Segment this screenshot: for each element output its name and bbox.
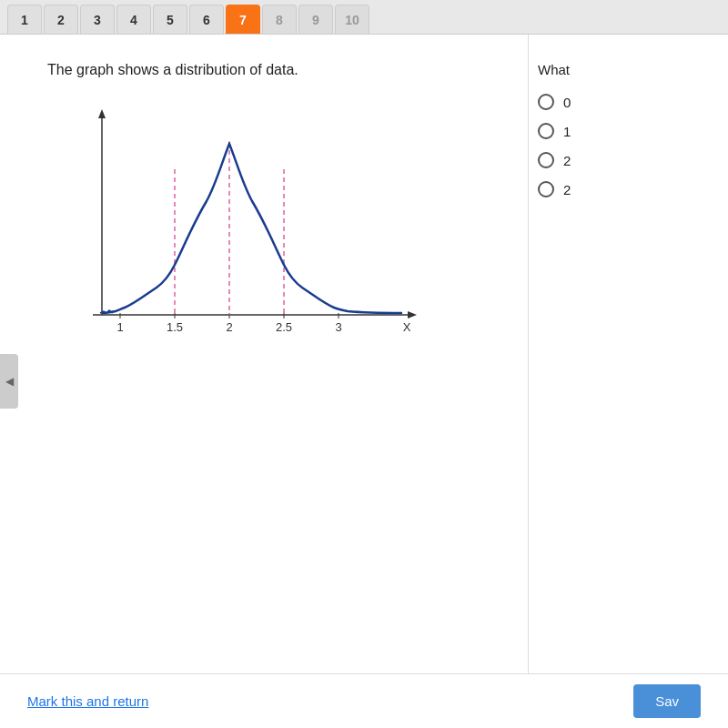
right-panel: What 0 1 2 2 bbox=[528, 35, 728, 728]
option-3-label: 2 bbox=[563, 182, 571, 197]
tab-10[interactable]: 10 bbox=[335, 5, 369, 34]
tab-bar: 1 2 3 4 5 6 7 8 9 10 bbox=[0, 0, 728, 35]
tab-3[interactable]: 3 bbox=[80, 5, 115, 34]
distribution-graph: 1 1.5 2 2.5 3 X bbox=[47, 96, 430, 369]
option-0[interactable]: 0 bbox=[538, 94, 710, 110]
tab-9[interactable]: 9 bbox=[298, 5, 333, 34]
option-2-label: 2 bbox=[563, 153, 571, 168]
tab-2[interactable]: 2 bbox=[44, 5, 78, 34]
mark-return-link[interactable]: Mark this and return bbox=[27, 693, 148, 709]
tab-5[interactable]: 5 bbox=[153, 5, 187, 34]
svg-text:2: 2 bbox=[226, 320, 232, 334]
option-3[interactable]: 2 bbox=[538, 181, 710, 197]
question-panel: The graph shows a distribution of data. … bbox=[20, 35, 528, 728]
svg-text:1.5: 1.5 bbox=[167, 320, 183, 334]
svg-text:2.5: 2.5 bbox=[276, 320, 292, 334]
content-area: ◀ The graph shows a distribution of data… bbox=[0, 35, 728, 728]
svg-text:1: 1 bbox=[116, 320, 123, 334]
tab-8[interactable]: 8 bbox=[262, 5, 297, 34]
tab-4[interactable]: 4 bbox=[116, 5, 151, 34]
question-text: The graph shows a distribution of data. bbox=[47, 62, 510, 78]
svg-text:3: 3 bbox=[335, 320, 341, 334]
svg-marker-3 bbox=[408, 311, 417, 318]
right-panel-title: What bbox=[538, 62, 710, 77]
svg-marker-1 bbox=[98, 109, 106, 118]
option-0-label: 0 bbox=[563, 95, 571, 110]
graph-container: 1 1.5 2 2.5 3 X bbox=[47, 96, 430, 388]
tab-6[interactable]: 6 bbox=[189, 5, 224, 34]
radio-1[interactable] bbox=[538, 123, 554, 139]
option-2[interactable]: 2 bbox=[538, 152, 710, 168]
svg-text:X: X bbox=[403, 320, 411, 334]
sidebar-toggle[interactable]: ◀ bbox=[0, 354, 18, 409]
tab-1[interactable]: 1 bbox=[7, 5, 42, 34]
radio-0[interactable] bbox=[538, 94, 554, 110]
option-1[interactable]: 1 bbox=[538, 123, 710, 139]
radio-3[interactable] bbox=[538, 181, 554, 197]
radio-2[interactable] bbox=[538, 152, 554, 168]
save-button[interactable]: Sav bbox=[633, 684, 701, 718]
option-1-label: 1 bbox=[563, 124, 571, 139]
tab-7[interactable]: 7 bbox=[226, 5, 260, 34]
bottom-bar: Mark this and return Sav bbox=[0, 673, 728, 728]
